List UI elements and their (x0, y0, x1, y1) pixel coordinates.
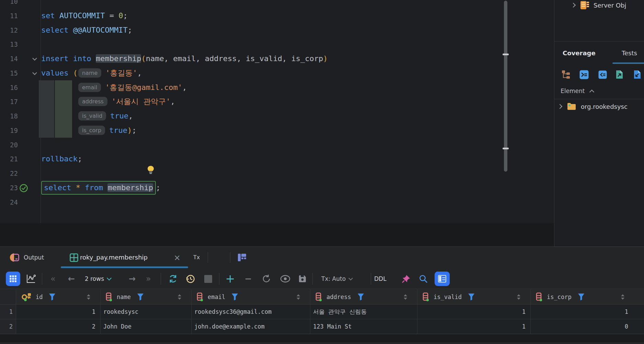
chevron-right-icon[interactable] (557, 104, 562, 109)
chevron-down-icon (348, 276, 353, 280)
table-row[interactable]: 2 2 John Doe john.doe@example.com 123 Ma… (0, 319, 644, 334)
fold-chevron-icon[interactable] (32, 56, 38, 62)
column-header-is-corp[interactable]: is_corp (531, 289, 644, 304)
refresh-button[interactable] (262, 268, 271, 289)
cell-name[interactable]: John Doe (101, 319, 192, 334)
filter-funnel-icon[interactable] (49, 293, 56, 301)
row-count-label: 2 rows (85, 275, 104, 282)
chart-view-button[interactable] (26, 268, 36, 289)
prev-page-button[interactable]: ← (68, 268, 75, 289)
sql-editor[interactable]: 10 11 12 13 14 15 16 17 18 19 20 21 22 2… (0, 0, 554, 223)
ddl-label: DDL (374, 275, 387, 282)
horizontal-scrollbar[interactable] (0, 342, 644, 344)
pin-icon[interactable] (402, 268, 411, 289)
next-page-button[interactable]: → (129, 268, 136, 289)
column-label: address (326, 294, 351, 300)
search-icon[interactable] (419, 268, 428, 289)
cell-is-valid[interactable]: 1 (417, 305, 531, 319)
line-number: 15 (0, 66, 18, 80)
preview-button[interactable] (280, 268, 290, 289)
stop-query-button[interactable] (204, 268, 212, 289)
code-line-18: is_validtrue, (78, 109, 133, 123)
filter-funnel-icon[interactable] (231, 293, 238, 301)
cell-address[interactable]: 123 Main St (310, 319, 417, 334)
export-file-icon[interactable] (616, 70, 623, 79)
cell-email[interactable]: john.doe@example.com (192, 319, 310, 334)
tab-coverage[interactable]: Coverage (563, 45, 596, 60)
cell-email[interactable]: rookedsysc36@gmail.com (192, 305, 310, 319)
line-number: 24 (0, 195, 18, 209)
panel-view-button[interactable] (435, 272, 450, 286)
tree-item-package[interactable]: org.rookedsysc (558, 101, 628, 112)
chevron-down-icon (107, 276, 112, 280)
sort-arrows-icon[interactable] (296, 294, 300, 301)
cell-is-valid[interactable]: 1 (417, 319, 531, 334)
line-number: 22 (0, 166, 18, 181)
column-header-name[interactable]: name (101, 289, 192, 304)
tab-output[interactable]: Output (24, 247, 44, 268)
sort-arrows-icon[interactable] (87, 294, 91, 301)
intention-bulb-icon[interactable] (146, 165, 156, 176)
filter-funnel-icon[interactable] (357, 293, 364, 301)
filter-funnel-icon[interactable] (137, 293, 144, 301)
element-header-label: Element (561, 88, 585, 94)
column-label: name (117, 294, 131, 300)
sort-arrows-icon[interactable] (177, 294, 182, 301)
param-hint-chip: address (78, 97, 107, 106)
first-page-button[interactable]: « (50, 268, 55, 289)
chevron-right-icon[interactable] (571, 3, 576, 8)
import-file-icon[interactable] (633, 70, 641, 79)
filter-funnel-icon[interactable] (468, 293, 475, 301)
tab-tests[interactable]: Tests (622, 45, 637, 60)
code-line-12: select @@AUTOCOMMIT; (41, 23, 132, 37)
tree-item-label: org.rookedsysc (581, 103, 628, 110)
column-header-email[interactable]: email (192, 289, 310, 304)
delete-row-button[interactable] (245, 268, 251, 289)
editor-scrollbar[interactable] (504, 1, 507, 172)
add-row-button[interactable] (226, 268, 234, 289)
reload-page-button[interactable] (168, 268, 178, 289)
row-number-cell: 1 (0, 305, 16, 319)
tab-table-result[interactable]: roky_pay.membership (80, 247, 148, 268)
filter-funnel-icon[interactable] (578, 293, 585, 301)
primary-key-icon (21, 292, 32, 302)
cell-address[interactable]: 서울 관악구 신림동 (310, 305, 417, 319)
cell-is-corp[interactable]: 1 (531, 305, 644, 319)
gutter-divider (41, 0, 41, 223)
cell-name[interactable]: rookedsysc (101, 305, 192, 319)
cell-id[interactable]: 1 (16, 305, 101, 319)
result-tabs-bar: Output roky_pay.membership Tx (0, 247, 644, 268)
fold-chevron-icon[interactable] (32, 70, 38, 77)
line-number: 11 (0, 9, 18, 23)
column-header-id[interactable]: id (16, 289, 101, 304)
sort-arrows-icon[interactable] (517, 294, 521, 301)
column-label: email (208, 294, 225, 300)
line-number: 17 (0, 94, 18, 109)
element-sort-header[interactable]: Element (561, 85, 594, 97)
layout-icon[interactable] (238, 253, 246, 263)
ddl-button[interactable]: DDL (374, 268, 387, 289)
column-header-is-valid[interactable]: is_valid (417, 289, 531, 304)
test-tree-icon[interactable] (562, 70, 571, 79)
console-input-icon[interactable] (579, 70, 589, 79)
tree-item-server-objects[interactable]: Server Obj (572, 0, 626, 10)
run-success-check-icon[interactable] (19, 184, 28, 194)
close-icon[interactable] (174, 255, 180, 262)
table-view-button[interactable] (6, 272, 20, 286)
cell-is-corp[interactable]: 0 (531, 319, 644, 334)
row-count-dropdown[interactable]: 2 rows (85, 268, 111, 289)
last-page-button[interactable]: » (146, 268, 150, 289)
sort-arrows-icon[interactable] (621, 294, 625, 301)
cell-id[interactable]: 2 (16, 319, 101, 334)
code-line-11: set AUTOCOMMIT = 0; (41, 9, 128, 23)
tx-mode-dropdown[interactable]: Tx: Auto (321, 268, 352, 289)
column-header-address[interactable]: address (310, 289, 417, 304)
code-line-17: address'서울시 관악구', (78, 94, 175, 109)
scrollbar-mark (503, 54, 509, 55)
tab-tx[interactable]: Tx (193, 247, 200, 268)
history-button[interactable] (185, 268, 195, 289)
console-output-icon[interactable] (598, 70, 607, 79)
save-button[interactable] (298, 268, 307, 289)
table-row[interactable]: 1 1 rookedsysc rookedsysc36@gmail.com 서울… (0, 305, 644, 319)
sort-arrows-icon[interactable] (403, 294, 407, 301)
